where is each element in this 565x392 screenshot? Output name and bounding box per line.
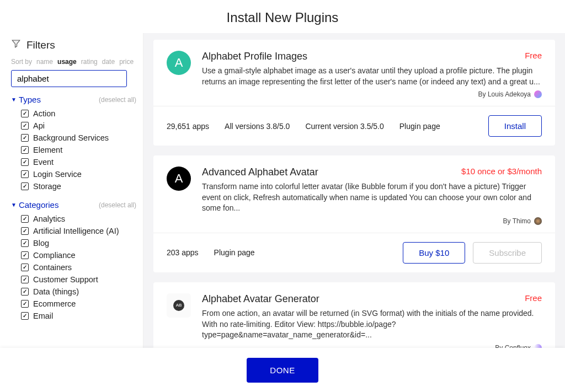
filter-item[interactable]: ✓Login Service xyxy=(11,168,136,180)
filter-item-label: Ecommerce xyxy=(33,299,76,308)
filter-item[interactable]: ✓Data (things) xyxy=(11,286,136,298)
plugin-author[interactable]: By Louis Adekoya xyxy=(202,90,542,98)
sort-name[interactable]: name xyxy=(36,58,53,66)
plugin-description: Transform name into colorful letter avat… xyxy=(202,181,542,214)
filter-item[interactable]: ✓Compliance xyxy=(11,249,136,261)
filter-item-label: Containers xyxy=(33,263,72,272)
plugin-price: $10 once or $3/month xyxy=(461,167,542,176)
filter-item[interactable]: ✓Blog xyxy=(11,237,136,249)
filter-item-label: Compliance xyxy=(33,251,76,260)
plugin-card: AAdvanced Alphabet Avatar$10 once or $3/… xyxy=(153,155,555,272)
checkbox-icon: ✓ xyxy=(21,251,29,259)
plugin-logo: A xyxy=(167,51,191,75)
install-button[interactable]: Install xyxy=(488,115,542,137)
checkbox-icon: ✓ xyxy=(21,239,29,247)
plugin-card: AAlphabet Profile ImagesFreeUse a gmail-… xyxy=(153,40,555,146)
plugin-stat[interactable]: Plugin page xyxy=(399,122,440,131)
filter-item[interactable]: ✓Background Services xyxy=(11,132,136,144)
filter-item[interactable]: ✓Event xyxy=(11,156,136,168)
checkbox-icon: ✓ xyxy=(21,146,29,154)
plugin-author[interactable]: By Thimo xyxy=(202,217,542,225)
filter-item-label: Element xyxy=(33,146,62,154)
done-button[interactable]: DONE xyxy=(247,358,318,383)
filter-item-label: Event xyxy=(33,158,54,167)
filter-item-label: Email xyxy=(33,312,53,320)
filter-item[interactable]: ✓Element xyxy=(11,144,136,156)
plugin-stat: Current version 3.5/5.0 xyxy=(305,122,383,131)
filter-item-label: Data (things) xyxy=(33,287,79,296)
filter-item[interactable]: ✓Analytics xyxy=(11,213,136,225)
categories-deselect-all[interactable]: (deselect all) xyxy=(99,201,136,209)
sort-rating[interactable]: rating xyxy=(81,58,98,66)
buy-10-button[interactable]: Buy $10 xyxy=(403,242,465,264)
checkbox-icon: ✓ xyxy=(21,227,29,235)
checkbox-icon: ✓ xyxy=(21,182,29,190)
checkbox-icon: ✓ xyxy=(21,312,29,320)
main-container: Filters Sort by name usage rating date p… xyxy=(0,33,565,372)
plugin-description: From one action, an avatar will be retur… xyxy=(202,308,542,341)
plugin-stat[interactable]: Plugin page xyxy=(214,248,255,257)
checkbox-icon: ✓ xyxy=(21,158,29,166)
author-avatar-icon xyxy=(534,217,542,225)
plugin-results: AAlphabet Profile ImagesFreeUse a gmail-… xyxy=(143,33,565,372)
filter-item[interactable]: ✓Artificial Intelligence (AI) xyxy=(11,225,136,237)
plugin-name[interactable]: Alphabet Profile Images xyxy=(202,51,307,62)
checkbox-icon: ✓ xyxy=(21,215,29,223)
checkbox-icon: ✓ xyxy=(21,122,29,130)
checkbox-icon: ✓ xyxy=(21,264,29,271)
filter-item-label: Login Service xyxy=(33,170,82,179)
categories-toggle[interactable]: ▼ Categories xyxy=(11,200,58,210)
caret-down-icon: ▼ xyxy=(11,96,17,103)
filter-item[interactable]: ✓Containers xyxy=(11,261,136,273)
plugin-stat: 203 apps xyxy=(167,248,199,257)
filter-group-categories: ▼ Categories (deselect all) ✓Analytics✓A… xyxy=(11,200,136,322)
plugin-name[interactable]: Alphabet Avatar Generator xyxy=(202,293,319,305)
sort-price[interactable]: price xyxy=(119,58,134,66)
filter-item-label: Action xyxy=(33,109,55,118)
caret-down-icon: ▼ xyxy=(11,202,17,208)
sort-by-label: Sort by xyxy=(11,58,32,66)
sort-row: Sort by name usage rating date price xyxy=(11,58,136,66)
plugin-stat: 29,651 apps xyxy=(167,122,209,131)
author-avatar-icon xyxy=(534,90,542,98)
filter-item[interactable]: ✓Customer Support xyxy=(11,273,136,286)
filter-item[interactable]: ✓Email xyxy=(11,310,136,322)
checkbox-icon: ✓ xyxy=(21,170,29,178)
types-deselect-all[interactable]: (deselect all) xyxy=(99,96,136,104)
filter-group-types: ▼ Types (deselect all) ✓Action✓Api✓Backg… xyxy=(11,95,136,192)
filter-item[interactable]: ✓Storage xyxy=(11,180,136,192)
plugin-description: Use a gmail-style alphabet image as a us… xyxy=(202,66,542,87)
filters-header: Filters xyxy=(11,39,136,51)
funnel-icon xyxy=(11,39,21,51)
filters-sidebar: Filters Sort by name usage rating date p… xyxy=(0,33,143,372)
plugin-name[interactable]: Advanced Alphabet Avatar xyxy=(202,167,318,178)
filter-item-label: Api xyxy=(33,121,45,130)
filter-item-label: Background Services xyxy=(33,133,109,142)
types-toggle[interactable]: ▼ Types xyxy=(11,95,41,104)
checkbox-icon: ✓ xyxy=(21,134,29,142)
checkbox-icon: ✓ xyxy=(21,300,29,308)
filter-item-label: Analytics xyxy=(33,214,65,223)
page-title: Install New Plugins xyxy=(0,0,565,33)
filter-item-label: Storage xyxy=(33,182,61,191)
sort-usage[interactable]: usage xyxy=(57,58,77,66)
filter-item[interactable]: ✓Action xyxy=(11,108,136,120)
subscribe-button[interactable]: Subscribe xyxy=(473,242,542,264)
search-input[interactable] xyxy=(11,70,127,87)
sort-date[interactable]: date xyxy=(102,58,115,66)
plugin-price: Free xyxy=(525,51,542,60)
types-title: Types xyxy=(19,95,41,104)
filter-item[interactable]: ✓Ecommerce xyxy=(11,298,136,310)
plugin-stat: All versions 3.8/5.0 xyxy=(225,122,290,131)
plugin-logo: A xyxy=(167,167,191,191)
checkbox-icon: ✓ xyxy=(21,288,29,296)
filter-item-label: Customer Support xyxy=(33,275,98,284)
filters-label: Filters xyxy=(26,39,55,51)
footer-bar: DONE xyxy=(0,348,565,392)
checkbox-icon: ✓ xyxy=(21,276,29,283)
filter-item[interactable]: ✓Api xyxy=(11,120,136,132)
plugin-price: Free xyxy=(525,293,542,303)
filter-item-label: Blog xyxy=(33,239,49,248)
categories-title: Categories xyxy=(19,200,59,210)
checkbox-icon: ✓ xyxy=(21,110,29,117)
